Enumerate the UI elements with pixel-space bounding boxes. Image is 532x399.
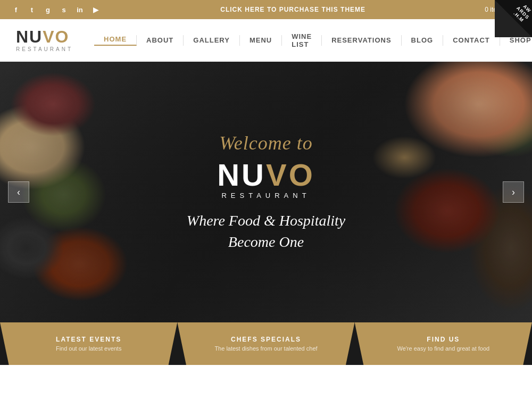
prev-slide-button[interactable]: ‹ bbox=[8, 181, 29, 203]
logo[interactable]: NUVO RESTAURANT bbox=[16, 28, 73, 52]
hero-tagline: Where Food & Hospitality Become One bbox=[187, 210, 345, 252]
info-bar-events[interactable]: LATEST EVENTS Find out our latest events bbox=[0, 322, 177, 365]
top-bar: f t g s in ▶ CLICK HERE TO PURCHASE THIS… bbox=[0, 0, 532, 19]
skype-icon[interactable]: s bbox=[59, 4, 69, 15]
navigation: NUVO RESTAURANT HOME ABOUT GALLERY MENU … bbox=[0, 19, 532, 62]
hero-logo-vo: VO bbox=[266, 157, 315, 192]
hero-content: Welcome to NUVO RESTAURANT Where Food & … bbox=[0, 62, 532, 322]
hero-restaurant-text: RESTAURANT bbox=[221, 192, 310, 200]
nav-reservations[interactable]: RESERVATIONS bbox=[322, 35, 401, 46]
linkedin-icon[interactable]: in bbox=[74, 4, 85, 15]
info-bar-findus-sub: We're easy to find and great at food bbox=[397, 345, 489, 352]
discover-title: Discover bbox=[21, 397, 511, 399]
youtube-icon[interactable]: ▶ bbox=[90, 4, 101, 15]
hero-tagline-line1: Where Food & Hospitality bbox=[187, 212, 345, 229]
next-arrow-icon: › bbox=[512, 187, 515, 198]
info-bar-events-title: LATEST EVENTS bbox=[56, 336, 121, 343]
hero-welcome-text: Welcome to bbox=[219, 132, 313, 154]
logo-nu: NU bbox=[16, 27, 43, 46]
nav-about[interactable]: ABOUT bbox=[137, 35, 184, 46]
hero-logo: NUVO bbox=[217, 160, 315, 190]
nav-links: HOME ABOUT GALLERY MENU WINE LIST RESERV… bbox=[94, 35, 532, 46]
twitter-icon[interactable]: t bbox=[27, 4, 37, 15]
awards-text: AWARDS.H.M bbox=[511, 1, 532, 24]
info-bars: LATEST EVENTS Find out our latest events… bbox=[0, 322, 532, 365]
discover-section: Discover NUVO restaurant our most powerf… bbox=[0, 365, 532, 399]
info-bar-events-sub: Find out our latest events bbox=[56, 345, 122, 352]
info-bar-specials-sub: The latest dishes from our talented chef bbox=[214, 345, 317, 352]
hero-tagline-line2: Become One bbox=[228, 234, 304, 250]
awards-badge: AWARDS.H.M bbox=[495, 0, 532, 37]
logo-sub: RESTAURANT bbox=[16, 46, 73, 52]
promo-text[interactable]: CLICK HERE TO PURCHASE THIS THEME bbox=[220, 6, 365, 13]
nav-winelist[interactable]: WINE LIST bbox=[282, 35, 322, 46]
facebook-icon[interactable]: f bbox=[11, 4, 21, 15]
social-links: f t g s in ▶ bbox=[11, 4, 101, 15]
info-bar-specials[interactable]: CHEFS SPECIALS The latest dishes from ou… bbox=[177, 322, 354, 365]
nav-gallery[interactable]: GALLERY bbox=[184, 35, 240, 46]
hero-section: ‹ Welcome to NUVO RESTAURANT Where Food … bbox=[0, 62, 532, 322]
next-slide-button[interactable]: › bbox=[503, 181, 524, 203]
nav-contact[interactable]: CONTACT bbox=[443, 35, 500, 46]
nav-menu[interactable]: MENU bbox=[240, 35, 282, 46]
info-bar-findus-title: FIND US bbox=[427, 336, 460, 343]
info-bar-specials-title: CHEFS SPECIALS bbox=[231, 336, 301, 343]
googleplus-icon[interactable]: g bbox=[43, 4, 53, 15]
info-bar-findus[interactable]: FIND US We're easy to find and great at … bbox=[355, 322, 532, 365]
logo-vo: VO bbox=[43, 27, 69, 46]
prev-arrow-icon: ‹ bbox=[17, 187, 20, 198]
nav-blog[interactable]: BLOG bbox=[402, 35, 444, 46]
nav-home[interactable]: HOME bbox=[94, 35, 137, 46]
hero-logo-nu: NU bbox=[217, 157, 266, 192]
